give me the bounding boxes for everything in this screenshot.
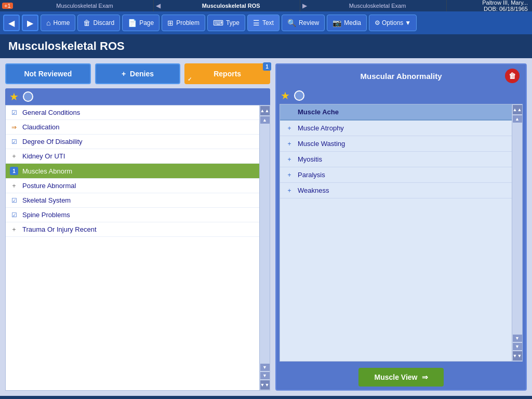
trash-icon: 🗑 [509,72,516,80]
scroll-down-button[interactable]: ▼ [260,364,270,371]
dob-value: 06/18/1965 [499,6,528,12]
review-button[interactable]: 🔍 Review [282,15,325,31]
right-list-scroll[interactable]: Muscle Ache + Muscle Atrophy + Muscle Wa… [280,104,512,361]
home-button[interactable]: ⌂ Home [41,15,75,31]
scroll-down2-button[interactable]: ▼ [260,372,270,379]
circle-filter-icon[interactable] [23,91,33,102]
plus-icon: + [285,171,294,179]
not-reviewed-button[interactable]: Not Reviewed [5,63,91,84]
badge-icon: 1 [10,167,18,175]
denies-button[interactable]: + Denies [95,63,181,84]
nav-bar: ◀ ▶ ⌂ Home 🗑 Discard 📄 Page ⊞ Problem ⌨ … [0,11,532,34]
discard-icon: 🗑 [83,19,90,27]
home-icon: ⌂ [46,19,50,27]
delete-button[interactable]: 🗑 [505,69,520,83]
right-list-item[interactable]: + Weakness [280,183,512,198]
text-icon: ☰ [253,19,260,27]
list-item[interactable]: ⇒ Claudication [6,120,259,135]
left-scroll-panel: ▲▲ ▲ ▼ ▼ ▼▼ [259,105,270,390]
left-list-container: ☑ General Conditions ⇒ Claudication ☑ De… [5,105,270,391]
list-item-muscles-abnormal[interactable]: 1 Muscles Abnorm [6,164,259,179]
plus-icon: + [10,182,18,190]
nav-next-arrow[interactable]: ▶ [300,0,309,11]
checkmark-icon: ✓ [188,76,192,82]
forward-button[interactable]: ▶ [22,15,38,31]
back-button[interactable]: ◀ [3,15,20,31]
right-scroll-down-button[interactable]: ▼ [513,335,522,342]
dob-label: DOB: [484,6,498,12]
list-item[interactable]: ☑ Degree Of Disability [6,135,259,149]
left-list-scroll[interactable]: ☑ General Conditions ⇒ Claudication ☑ De… [6,105,259,390]
patient-info: Paltrow III, Mary... DOB: 06/18/1965 [447,0,530,12]
right-list-container: Muscle Ache + Muscle Atrophy + Muscle Wa… [280,104,523,362]
bottom-btn-bar: Muscle View ⇒ [276,365,526,390]
left-filter-bar: ★ [5,88,270,105]
reports-button[interactable]: ✓ Reports 1 [184,63,270,84]
discard-button[interactable]: 🗑 Discard [77,15,120,31]
status-buttons: Not Reviewed + Denies ✓ Reports 1 [5,63,270,84]
right-list-item[interactable]: + Muscle Wasting [280,136,512,152]
top-tab-2[interactable]: Musculoskeletal ROS [162,0,300,11]
right-scroll-panel: ▲▲ ▲ ▼ ▼ ▼▼ [512,104,522,361]
type-icon: ⌨ [213,19,223,27]
top-bar-tabs: Musculoskeletal Exam ◀ Musculoskeletal R… [16,0,447,11]
plus-icon: + [285,125,294,132]
check-icon: ☑ [10,197,18,204]
type-button[interactable]: ⌨ Type [207,15,245,31]
plus-icon: + [285,187,294,194]
right-filter-bar: ★ [276,87,526,104]
right-panel-header: Muscular Abnormality 🗑 [276,64,526,87]
scroll-bottom-button[interactable]: ▼▼ [260,380,270,390]
problem-icon: ⊞ [167,19,174,27]
left-panel: Not Reviewed + Denies ✓ Reports 1 ★ ☑ Ge… [5,63,270,391]
list-item[interactable]: ☑ General Conditions [6,105,259,120]
problem-button[interactable]: ⊞ Problem [162,15,205,31]
check-icon: ☑ [10,109,18,116]
review-icon: 🔍 [287,19,296,27]
text-button[interactable]: ☰ Text [247,15,280,31]
list-item[interactable]: + Trauma Or Injury Recent [6,222,259,237]
top-tab-1[interactable]: Musculoskeletal Exam [16,0,154,11]
list-item[interactable]: + Posture Abnormal [6,179,259,193]
right-scroll-top-button[interactable]: ▲▲ [513,105,522,114]
patient-dob: DOB: 06/18/1965 [447,6,528,12]
plus-icon: + [285,156,294,163]
page-button[interactable]: 📄 Page [122,15,159,31]
panel-title: Muscular Abnormality [361,72,442,81]
page-icon: 📄 [128,19,137,27]
media-icon: 📷 [332,19,341,27]
right-scroll-up-button[interactable]: ▲ [513,115,522,123]
plus-icon: + [10,226,18,233]
right-list-item-muscle-ache[interactable]: Muscle Ache [280,104,512,121]
right-scroll-down2-button[interactable]: ▼ [513,343,522,350]
right-circle-filter-icon[interactable] [294,90,304,101]
right-scroll-bottom-button[interactable]: ▼▼ [513,351,522,361]
options-icon: ⚙ [375,19,380,26]
right-star-filter-icon[interactable]: ★ [281,89,290,102]
plus-icon: + [10,153,18,160]
list-item[interactable]: ☑ Skeletal System [6,193,259,208]
media-button[interactable]: 📷 Media [327,15,367,31]
right-list-item[interactable]: + Paralysis [280,167,512,183]
arrow-icon: ⇒ [422,373,428,381]
list-item[interactable]: ☑ Spine Problems [6,208,259,222]
plus-badge[interactable]: +1 [2,3,13,9]
list-item[interactable]: + Kidney Or UTI [6,149,259,164]
right-list-item[interactable]: + Myositis [280,152,512,167]
nav-prev-arrow[interactable]: ◀ [154,0,162,11]
check-icon: ☑ [10,138,18,145]
right-list-item[interactable]: + Muscle Atrophy [280,121,512,136]
plus-prefix: + [122,70,126,78]
top-tab-3[interactable]: Musculoskeletal Exam [309,0,447,11]
scroll-top-button[interactable]: ▲▲ [260,106,270,115]
page-title: Musculoskeletal ROS [0,34,532,58]
star-filter-icon[interactable]: ★ [9,90,19,103]
options-button[interactable]: ⚙ Options ▼ [369,15,417,31]
patient-name: Paltrow III, Mary... [447,0,528,6]
top-bar: +1 Musculoskeletal Exam ◀ Musculoskeleta… [0,0,532,11]
reports-badge: 1 [263,62,271,71]
right-panel: Muscular Abnormality 🗑 ★ Muscle Ache + M… [275,63,527,391]
scroll-up-button[interactable]: ▲ [260,116,270,124]
plus-icon: + [285,140,294,148]
muscle-view-button[interactable]: Muscle View ⇒ [358,368,443,387]
